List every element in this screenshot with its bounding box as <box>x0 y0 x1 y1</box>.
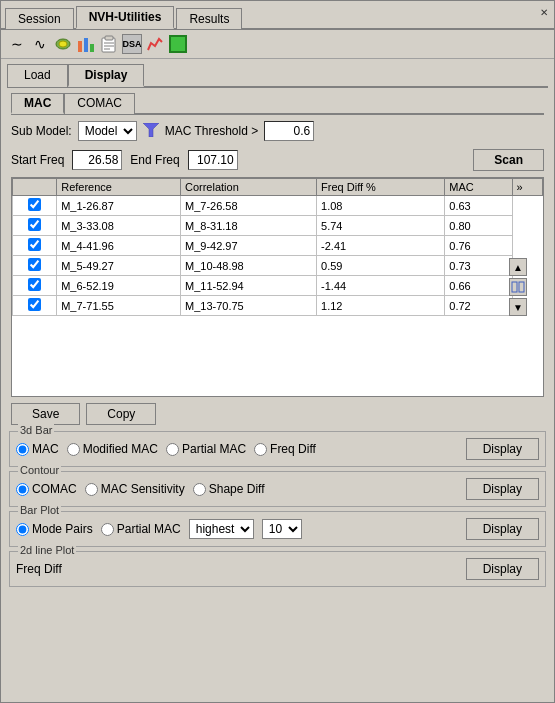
select-cols-btn[interactable] <box>509 278 527 296</box>
graph-icon[interactable] <box>145 34 165 54</box>
col-header-expand[interactable]: » <box>512 179 542 196</box>
table-row: M_6-52.19M_11-52.94-1.440.66 <box>13 276 543 296</box>
load-display-tab-bar: Load Display <box>1 59 554 86</box>
scan-button[interactable]: Scan <box>473 149 544 171</box>
tab-results[interactable]: Results <box>176 8 242 29</box>
col-header-reference: Reference <box>57 179 181 196</box>
end-freq-label: End Freq <box>130 153 179 167</box>
radio-mac[interactable]: MAC <box>16 442 59 456</box>
row-checkbox[interactable] <box>28 278 41 291</box>
main-tab-bar: Session NVH-Utilities Results ✕ <box>1 1 554 30</box>
row-checkbox-cell <box>13 236 57 256</box>
threshold-input[interactable] <box>264 121 314 141</box>
row-checkbox-cell <box>13 216 57 236</box>
highest-select[interactable]: highest lowest all <box>189 519 254 539</box>
table-row: M_4-41.96M_9-42.97-2.410.76 <box>13 236 543 256</box>
display-barplot-button[interactable]: Display <box>466 518 539 540</box>
row-checkbox[interactable] <box>28 198 41 211</box>
radio-mac-sensitivity[interactable]: MAC Sensitivity <box>85 482 185 496</box>
tab-session[interactable]: Session <box>5 8 74 29</box>
svg-rect-3 <box>84 38 88 52</box>
mac-table-container: Reference Correlation Freq Diff % MAC » … <box>11 177 544 397</box>
mac-cell: 0.72 <box>445 296 512 316</box>
tab-nvh-utilities[interactable]: NVH-Utilities <box>76 6 175 29</box>
tab-load[interactable]: Load <box>7 64 68 87</box>
submodel-row: Sub Model: Model FEM Test MAC Threshold … <box>1 115 554 147</box>
clipboard-icon[interactable] <box>99 34 119 54</box>
start-freq-input[interactable] <box>72 150 122 170</box>
wave1-icon[interactable]: ∼ <box>7 34 27 54</box>
toolbar: ∼ ∿ DSA <box>1 30 554 59</box>
table-row: M_7-71.55M_13-70.751.120.72 <box>13 296 543 316</box>
row-checkbox[interactable] <box>28 218 41 231</box>
scroll-down-btn[interactable]: ▼ <box>509 298 527 316</box>
freq-diff-cell: 1.12 <box>317 296 445 316</box>
target-icon[interactable] <box>53 34 73 54</box>
corr-cell: M_10-48.98 <box>180 256 316 276</box>
section-2dline-row: Freq Diff Display <box>16 558 539 580</box>
radio-modified-mac[interactable]: Modified MAC <box>67 442 158 456</box>
tab-mac[interactable]: MAC <box>11 93 64 114</box>
radio-partial-mac-bp[interactable]: Partial MAC <box>101 522 181 536</box>
dsa-icon[interactable]: DSA <box>122 34 142 54</box>
radio-shape-diff[interactable]: Shape Diff <box>193 482 265 496</box>
tab-display[interactable]: Display <box>68 64 145 87</box>
count-select[interactable]: 10 5 20 <box>262 519 302 539</box>
ref-cell: M_5-49.27 <box>57 256 181 276</box>
sub-model-select[interactable]: Model FEM Test <box>78 121 137 141</box>
ref-cell: M_6-52.19 <box>57 276 181 296</box>
col-header-correlation: Correlation <box>180 179 316 196</box>
corr-cell: M_7-26.58 <box>180 196 316 216</box>
svg-rect-2 <box>78 41 82 52</box>
display-contour-button[interactable]: Display <box>466 478 539 500</box>
row-checkbox[interactable] <box>28 238 41 251</box>
section-2dline: 2d line Plot Freq Diff Display <box>9 551 546 587</box>
chart-icon[interactable] <box>76 34 96 54</box>
svg-rect-13 <box>519 282 524 292</box>
svg-point-1 <box>59 41 67 47</box>
section-barplot-row: Mode Pairs Partial MAC highest lowest al… <box>16 518 539 540</box>
table-scroll-area[interactable]: Reference Correlation Freq Diff % MAC » … <box>12 178 543 396</box>
section-barplot: Bar Plot Mode Pairs Partial MAC highest … <box>9 511 546 547</box>
freq-diff-cell: -1.44 <box>317 276 445 296</box>
close-icon[interactable]: ✕ <box>540 7 548 18</box>
end-freq-input[interactable] <box>188 150 238 170</box>
freq-diff-label: Freq Diff <box>16 562 62 576</box>
radio-freq-diff[interactable]: Freq Diff <box>254 442 316 456</box>
table-row: M_1-26.87M_7-26.581.080.63 <box>13 196 543 216</box>
freq-diff-cell: 0.59 <box>317 256 445 276</box>
radio-comac[interactable]: COMAC <box>16 482 77 496</box>
green-box-icon[interactable] <box>168 34 188 54</box>
filter-icon <box>143 123 159 140</box>
tab-comac[interactable]: COMAC <box>64 93 135 114</box>
ref-cell: M_1-26.87 <box>57 196 181 216</box>
row-checkbox[interactable] <box>28 298 41 311</box>
mac-cell: 0.66 <box>445 276 512 296</box>
ref-cell: M_3-33.08 <box>57 216 181 236</box>
mac-cell: 0.73 <box>445 256 512 276</box>
freq-diff-cell: -2.41 <box>317 236 445 256</box>
svg-rect-6 <box>105 36 113 40</box>
section-contour-row: COMAC MAC Sensitivity Shape Diff Display <box>16 478 539 500</box>
corr-cell: M_9-42.97 <box>180 236 316 256</box>
row-checkbox[interactable] <box>28 258 41 271</box>
main-window: Session NVH-Utilities Results ✕ ∼ ∿ <box>0 0 555 703</box>
scroll-up-btn[interactable]: ▲ <box>509 258 527 276</box>
corr-cell: M_13-70.75 <box>180 296 316 316</box>
row-checkbox-cell <box>13 256 57 276</box>
svg-marker-11 <box>143 123 159 137</box>
row-checkbox-cell <box>13 296 57 316</box>
col-header-check <box>13 179 57 196</box>
ref-cell: M_4-41.96 <box>57 236 181 256</box>
copy-button[interactable]: Copy <box>86 403 156 425</box>
mac-cell: 0.63 <box>445 196 512 216</box>
display-2dline-button[interactable]: Display <box>466 558 539 580</box>
wave2-icon[interactable]: ∿ <box>30 34 50 54</box>
freq-diff-cell: 1.08 <box>317 196 445 216</box>
radio-partial-mac[interactable]: Partial MAC <box>166 442 246 456</box>
radio-mode-pairs[interactable]: Mode Pairs <box>16 522 93 536</box>
section-2dline-title: 2d line Plot <box>18 544 76 556</box>
display-3dbar-button[interactable]: Display <box>466 438 539 460</box>
save-button[interactable]: Save <box>11 403 80 425</box>
svg-rect-4 <box>90 44 94 52</box>
